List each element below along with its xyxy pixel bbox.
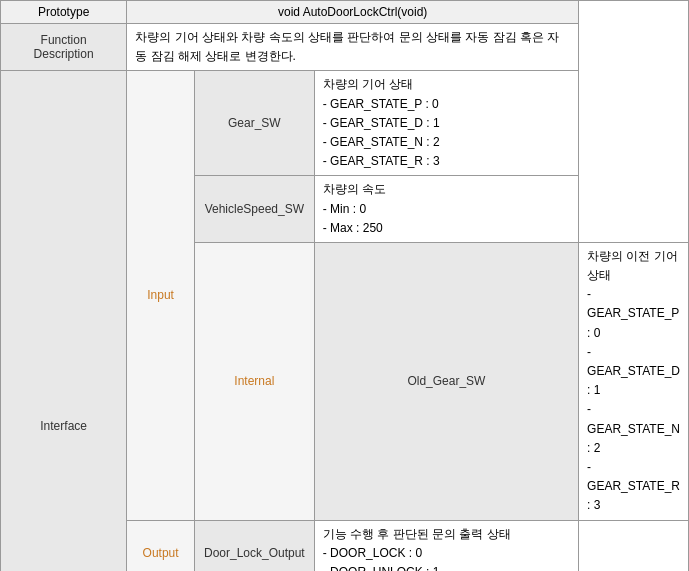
door-lock-output-desc: 기능 수행 후 판단된 문의 출력 상태- DOOR_LOCK : 0- DOO… (314, 520, 578, 571)
prototype-value: void AutoDoorLockCtrl(void) (127, 1, 579, 24)
internal-label: Internal (194, 242, 314, 520)
gear-sw-desc: 차량의 기어 상태- GEAR_STATE_P : 0- GEAR_STATE_… (314, 71, 578, 176)
function-description-label: Function Description (1, 24, 127, 71)
prototype-label: Prototype (1, 1, 127, 24)
interface-label: Interface (1, 71, 127, 571)
vehiclespeed-sw-name: VehicleSpeed_SW (194, 176, 314, 243)
header-row: Prototype void AutoDoorLockCtrl(void) (1, 1, 689, 24)
gear-sw-name: Gear_SW (194, 71, 314, 176)
old-gear-sw-name: Old_Gear_SW (314, 242, 578, 520)
old-gear-sw-desc: 차량의 이전 기어 상태- GEAR_STATE_P : 0- GEAR_STA… (579, 242, 689, 520)
input-label: Input (127, 71, 195, 520)
function-description-row: Function Description 차량의 기어 상태와 차량 속도의 상… (1, 24, 689, 71)
door-lock-output-name: Door_Lock_Output (194, 520, 314, 571)
function-description-content: 차량의 기어 상태와 차량 속도의 상태를 판단하여 문의 상태를 자동 잠김 … (127, 24, 579, 71)
output-label: Output (127, 520, 195, 571)
vehiclespeed-sw-desc: 차량의 속도- Min : 0- Max : 250 (314, 176, 578, 243)
interface-input-gear-row: Interface Input Gear_SW 차량의 기어 상태- GEAR_… (1, 71, 689, 176)
main-table: Prototype void AutoDoorLockCtrl(void) Fu… (0, 0, 689, 571)
